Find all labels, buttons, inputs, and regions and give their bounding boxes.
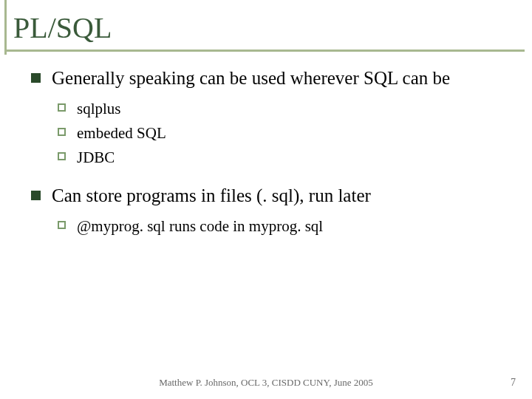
sub-list: sqlplus embeded SQL JDBC	[52, 99, 505, 168]
slide-title: PL/SQL	[13, 10, 532, 45]
sub-bullet-text: embeded SQL	[77, 124, 166, 142]
list-item: Can store programs in files (. sql), run…	[27, 184, 505, 236]
sub-bullet-text: @myprog. sql runs code in myprog. sql	[77, 217, 323, 235]
slide-content: Generally speaking can be used wherever …	[0, 52, 532, 236]
title-accent-vertical	[4, 0, 7, 55]
page-number: 7	[511, 377, 516, 389]
list-item: sqlplus	[52, 99, 505, 119]
bullet-text: Generally speaking can be used wherever …	[52, 68, 450, 88]
slide-footer: Matthew P. Johnson, OCL 3, CISDD CUNY, J…	[0, 377, 532, 389]
sub-list: @myprog. sql runs code in myprog. sql	[52, 216, 505, 236]
bullet-list: Generally speaking can be used wherever …	[27, 66, 505, 236]
sub-bullet-text: JDBC	[77, 149, 115, 166]
bullet-text: Can store programs in files (. sql), run…	[52, 185, 371, 205]
list-item: @myprog. sql runs code in myprog. sql	[52, 216, 505, 236]
title-block: PL/SQL	[0, 0, 532, 45]
list-item: Generally speaking can be used wherever …	[27, 66, 505, 168]
sub-bullet-text: sqlplus	[77, 100, 121, 117]
list-item: JDBC	[52, 148, 505, 168]
list-item: embeded SQL	[52, 123, 505, 143]
